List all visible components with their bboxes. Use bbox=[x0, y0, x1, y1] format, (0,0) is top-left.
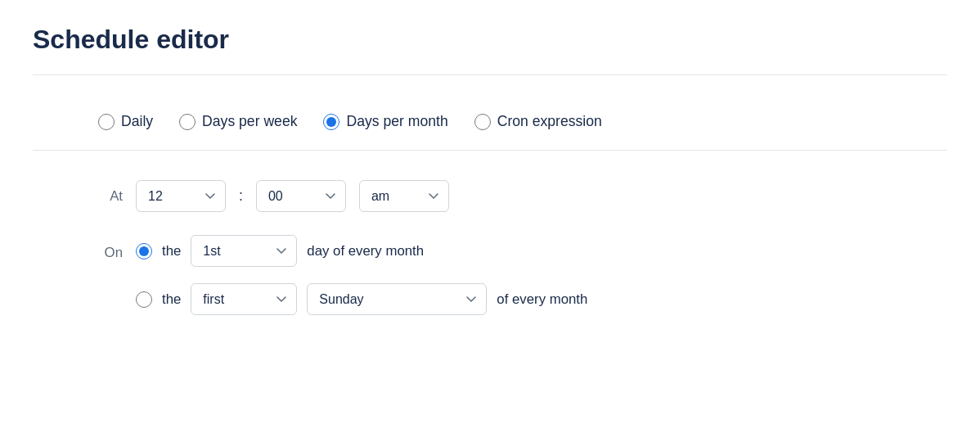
radio-days-per-week[interactable] bbox=[179, 114, 196, 130]
divider-2 bbox=[33, 150, 947, 151]
on-label: On bbox=[98, 235, 123, 261]
at-label: At bbox=[98, 188, 123, 205]
radio-daily-label: Daily bbox=[121, 113, 153, 130]
page-container: Schedule editor Daily Days per week Days… bbox=[0, 0, 980, 340]
page-title: Schedule editor bbox=[33, 25, 947, 55]
time-row: At 12 1 2 3 4 5 6 7 8 9 10 11 : 00 05 10… bbox=[98, 180, 882, 212]
radio-days-per-month-label: Days per month bbox=[346, 113, 447, 130]
on-row: On the 1st 2nd 3rd 4th 5th 6th 7th 8th bbox=[98, 235, 882, 315]
radio-weekday-of-month[interactable] bbox=[136, 291, 152, 308]
radio-days-per-week-label: Days per week bbox=[202, 113, 297, 130]
radio-cron-expression[interactable] bbox=[474, 114, 491, 130]
day-suffix-2: of every month bbox=[497, 291, 587, 308]
day-suffix-1: day of every month bbox=[307, 243, 424, 259]
day-of-month-select[interactable]: 1st 2nd 3rd 4th 5th 6th 7th 8th 9th 10th… bbox=[191, 235, 297, 267]
hour-select[interactable]: 12 1 2 3 4 5 6 7 8 9 10 11 bbox=[136, 180, 226, 212]
on-subrow-1: the 1st 2nd 3rd 4th 5th 6th 7th 8th 9th … bbox=[136, 235, 587, 267]
weekday-select[interactable]: Sunday Monday Tuesday Wednesday Thursday… bbox=[307, 283, 487, 315]
radio-daily[interactable] bbox=[98, 114, 115, 130]
the-label-1: the bbox=[162, 243, 181, 259]
divider-1 bbox=[33, 74, 947, 75]
on-subrow-2: the first second third fourth last Sunda… bbox=[136, 283, 587, 315]
radio-option-cron-expression[interactable]: Cron expression bbox=[474, 113, 602, 130]
radio-day-of-month[interactable] bbox=[136, 243, 152, 259]
settings-section: At 12 1 2 3 4 5 6 7 8 9 10 11 : 00 05 10… bbox=[33, 180, 947, 315]
schedule-type-row: Daily Days per week Days per month Cron … bbox=[33, 100, 947, 143]
occurrence-select[interactable]: first second third fourth last bbox=[191, 283, 297, 315]
ampm-select[interactable]: am pm bbox=[359, 180, 449, 212]
radio-option-daily[interactable]: Daily bbox=[98, 113, 153, 130]
minute-select[interactable]: 00 05 10 15 20 25 30 35 40 45 50 55 bbox=[256, 180, 346, 212]
radio-option-days-per-month[interactable]: Days per month bbox=[323, 113, 447, 130]
colon-separator: : bbox=[239, 187, 243, 205]
radio-days-per-month[interactable] bbox=[323, 114, 339, 130]
radio-cron-expression-label: Cron expression bbox=[497, 113, 602, 130]
radio-option-days-per-week[interactable]: Days per week bbox=[179, 113, 297, 130]
the-label-2: the bbox=[162, 291, 181, 308]
on-subrows: the 1st 2nd 3rd 4th 5th 6th 7th 8th 9th … bbox=[136, 235, 587, 315]
